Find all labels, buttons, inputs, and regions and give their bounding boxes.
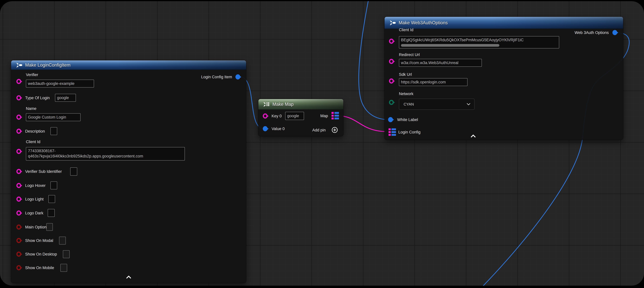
logo-light-input[interactable] bbox=[48, 195, 55, 203]
pin-label-verifier-sub-identifier: Verifier Sub Identifier bbox=[25, 169, 62, 174]
logo-dark-input[interactable] bbox=[48, 209, 55, 217]
node-title: Make Web3AuthOptions bbox=[398, 20, 448, 26]
pin-verifier[interactable] bbox=[16, 79, 21, 84]
client-id-input[interactable]: BEglQSgt4cUWcj6SKRdu5QkOXTsePmMcusG5EAoy… bbox=[399, 36, 559, 49]
show-on-desktop-checkbox[interactable] bbox=[63, 250, 70, 258]
wire-top-to-whitelabel[interactable] bbox=[359, 1, 388, 120]
pin-label-network: Network bbox=[399, 92, 414, 96]
pin-key-0[interactable] bbox=[263, 113, 268, 119]
output-pin-web3auth-options[interactable] bbox=[612, 30, 617, 35]
client-id-line2: q463s7kpvja16l4l0kko3nb925ikds2p.apps.go… bbox=[28, 154, 183, 159]
node-make-loginconfigitem[interactable]: Make LoginConfigItem Login Config Item V… bbox=[11, 61, 246, 283]
client-id-input[interactable]: 774338308167- q463s7kpvja16l4l0kko3nb925… bbox=[26, 147, 185, 161]
chevron-down-icon bbox=[466, 103, 470, 105]
node-make-web3authoptions[interactable]: Make Web3AuthOptions Web 3Auth Options C… bbox=[384, 17, 623, 140]
pin-redirect-url[interactable] bbox=[389, 59, 394, 64]
redirect-url-input[interactable]: w3a://com.w3a.Web3AuthUnreal bbox=[399, 59, 482, 67]
show-on-mobile-checkbox[interactable] bbox=[60, 264, 67, 272]
show-on-modal-checkbox[interactable] bbox=[59, 237, 66, 244]
pin-label-main-option: Main Option bbox=[25, 225, 46, 229]
pin-label-redirect-url: Redirect Url bbox=[399, 53, 420, 57]
client-id-line1: 774338308167- bbox=[28, 148, 183, 154]
output-label: Login Config Item bbox=[201, 75, 232, 79]
main-option-checkbox[interactable] bbox=[46, 223, 53, 231]
network-dropdown[interactable]: CYAN bbox=[399, 99, 474, 110]
pin-label-show-on-mobile: Show On Mobile bbox=[25, 266, 54, 270]
pin-label-logo-hover: Logo Hover bbox=[25, 183, 46, 188]
pin-label-show-on-desktop: Show On Desktop bbox=[25, 252, 57, 256]
pin-label-sdk-url: Sdk Url bbox=[399, 73, 412, 77]
pin-label-logo-dark: Logo Dark bbox=[25, 211, 44, 215]
pin-show-on-desktop[interactable] bbox=[16, 251, 21, 257]
output-pin-login-config-item[interactable] bbox=[236, 74, 240, 80]
type-of-login-input[interactable]: google bbox=[55, 94, 76, 102]
pin-label-value-0: Value 0 bbox=[272, 127, 285, 131]
pin-client-id[interactable] bbox=[389, 39, 394, 44]
output-label-map: Map bbox=[320, 114, 328, 118]
graph-canvas[interactable]: Make LoginConfigItem Login Config Item V… bbox=[0, 1, 644, 286]
pin-network[interactable] bbox=[389, 100, 394, 105]
pin-label-client-id: Client Id bbox=[26, 140, 40, 144]
verifier-input[interactable]: web3auth-google-example bbox=[26, 80, 94, 88]
collapse-node-button[interactable] bbox=[470, 134, 476, 138]
add-pin-icon[interactable] bbox=[331, 127, 338, 133]
node-title: Make Map bbox=[272, 102, 294, 107]
pin-logo-hover[interactable] bbox=[16, 183, 21, 188]
pin-main-option[interactable] bbox=[16, 224, 21, 230]
blueprint-graph-panel[interactable]: Make LoginConfigItem Login Config Item V… bbox=[0, 1, 644, 286]
pin-type-of-login[interactable] bbox=[16, 95, 21, 100]
key-0-input[interactable]: google bbox=[285, 112, 304, 120]
hscrollbar[interactable] bbox=[401, 44, 500, 47]
node-header[interactable]: Make Map bbox=[258, 99, 343, 110]
description-input[interactable] bbox=[50, 127, 57, 135]
collapse-node-button[interactable] bbox=[126, 275, 131, 279]
output-label: Web 3Auth Options bbox=[574, 31, 609, 35]
pin-label-logo-light: Logo Light bbox=[25, 197, 44, 201]
node-make-map[interactable]: Make Map Key 0 google Map Value 0 Add pi… bbox=[258, 99, 343, 136]
node-header[interactable]: Make LoginConfigItem bbox=[11, 61, 246, 70]
pin-logo-light[interactable] bbox=[16, 196, 21, 202]
pin-label-white-label: White Label bbox=[397, 118, 418, 122]
pin-value-0[interactable] bbox=[263, 126, 268, 131]
pin-description[interactable] bbox=[16, 129, 21, 134]
node-header[interactable]: Make Web3AuthOptions bbox=[384, 17, 623, 29]
pin-label-name: Name bbox=[26, 107, 36, 111]
map-pin-icon[interactable] bbox=[332, 112, 339, 120]
pin-client-id[interactable] bbox=[16, 149, 21, 154]
client-id-value: BEglQSgt4cUWcj6SKRdu5QkOXTsePmMcusG5EAoy… bbox=[401, 37, 557, 43]
pin-name[interactable] bbox=[16, 115, 21, 120]
chevron-up-icon bbox=[470, 134, 476, 138]
pin-white-label[interactable] bbox=[388, 117, 393, 122]
pin-label-show-on-modal: Show On Modal bbox=[25, 238, 53, 243]
network-selected-value: CYAN bbox=[404, 102, 414, 107]
make-container-icon bbox=[263, 101, 270, 107]
pin-label-login-config: Login Config bbox=[398, 130, 420, 134]
chevron-up-icon bbox=[126, 275, 131, 279]
wire-map-to-loginconfig[interactable] bbox=[339, 116, 387, 132]
make-struct-icon bbox=[16, 62, 22, 68]
pin-logo-dark[interactable] bbox=[16, 210, 21, 215]
pin-label-type-of-login: Type Of Login bbox=[25, 96, 50, 100]
add-pin-label: Add pin bbox=[312, 128, 326, 132]
name-input[interactable]: Google Custom Login bbox=[26, 113, 80, 121]
pin-label-verifier: Verifier bbox=[26, 73, 38, 77]
map-pin-icon[interactable] bbox=[388, 128, 396, 136]
pin-show-on-mobile[interactable] bbox=[16, 265, 21, 270]
pin-label-description: Description bbox=[25, 129, 45, 133]
verifier-sub-identifier-input[interactable] bbox=[70, 167, 77, 176]
make-struct-icon bbox=[389, 20, 396, 26]
node-title: Make LoginConfigItem bbox=[25, 63, 70, 68]
pin-sdk-url[interactable] bbox=[389, 78, 394, 84]
pin-label-client-id: Client Id bbox=[399, 28, 414, 32]
pin-label-key-0: Key 0 bbox=[272, 114, 282, 118]
pin-show-on-modal[interactable] bbox=[16, 238, 21, 243]
logo-hover-input[interactable] bbox=[50, 181, 57, 189]
pin-verifier-sub-identifier[interactable] bbox=[16, 169, 21, 174]
sdk-url-input[interactable]: https://sdk.openlogin.com bbox=[399, 78, 468, 86]
